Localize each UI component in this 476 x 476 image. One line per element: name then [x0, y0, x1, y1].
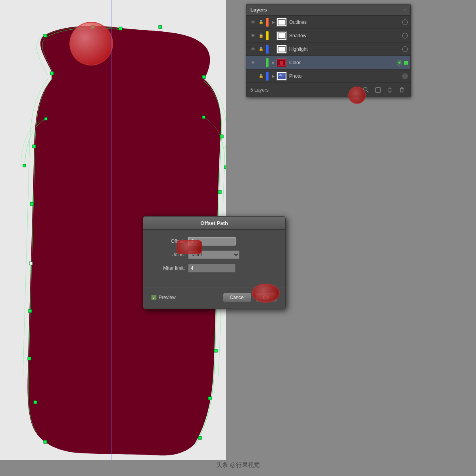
layer-name-highlight: Highlight: [289, 46, 401, 52]
layer-thumb-outlines: [276, 18, 287, 27]
layers-panel-header: Layers ≡: [246, 4, 410, 15]
layer-eye-color[interactable]: 👁: [249, 60, 257, 65]
canvas-area: Layers ≡ 👁 🔒 ▶ Outlines 👁 🔒 Shadow: [0, 0, 476, 476]
svg-rect-31: [376, 88, 380, 92]
layer-target-highlight[interactable]: [402, 46, 408, 52]
layer-expand-outlines[interactable]: ▶: [270, 20, 276, 24]
layer-lock-shadow[interactable]: 🔒: [257, 33, 265, 38]
layer-name-photo: Photo: [289, 73, 401, 79]
watermark-text: 头条 @行果视觉: [216, 461, 259, 468]
offset-path-dialog: Offset Path Offset: Joins: Miter Round B…: [143, 216, 286, 309]
layers-footer-icons: [362, 86, 406, 94]
cancel-button[interactable]: Cancel: [223, 293, 251, 302]
layers-delete-icon[interactable]: [397, 86, 406, 94]
preview-check: ✓ Preview: [151, 295, 223, 300]
joins-label: Joins:: [151, 252, 185, 257]
layers-panel: Layers ≡ 👁 🔒 ▶ Outlines 👁 🔒 Shadow: [246, 4, 411, 97]
miter-input[interactable]: [188, 264, 236, 273]
layer-eye-highlight[interactable]: 👁: [249, 46, 257, 52]
layers-title: Layers: [250, 7, 267, 13]
layer-thumb-photo: [276, 72, 287, 81]
layers-page-icon[interactable]: [374, 86, 382, 94]
svg-rect-25: [278, 33, 285, 38]
svg-rect-24: [278, 19, 285, 25]
layer-row-highlight[interactable]: 👁 🔒 Highlight: [246, 42, 410, 56]
offset-row: Offset:: [151, 237, 277, 246]
layer-row-color[interactable]: 👁 ▶ Color: [246, 56, 410, 69]
svg-rect-26: [278, 46, 285, 52]
layer-eye-outlines[interactable]: 👁: [249, 19, 257, 25]
dialog-footer: ✓ Preview Cancel OK: [143, 293, 285, 309]
joins-select[interactable]: Miter Round Bevel: [188, 250, 240, 259]
layer-color-color: [266, 58, 269, 67]
layer-color-indicator: [404, 61, 408, 65]
layer-target-color[interactable]: [397, 60, 402, 65]
watermark: 头条 @行果视觉: [0, 461, 476, 469]
offset-input[interactable]: [188, 237, 236, 246]
layer-color-shadow: [266, 31, 269, 40]
layer-thumb-shadow: [276, 31, 287, 40]
layer-color-photo: [266, 72, 269, 81]
layer-thumb-color: [276, 58, 287, 67]
layer-target-photo[interactable]: [402, 73, 408, 79]
layer-name-shadow: Shadow: [289, 33, 401, 38]
preview-label: Preview: [159, 295, 176, 300]
layer-expand-photo[interactable]: ▶: [270, 74, 276, 78]
layer-color-highlight: [266, 45, 269, 54]
red-circle-annotation: [69, 22, 113, 65]
layer-name-color: Color: [289, 60, 395, 65]
layer-lock-photo[interactable]: 🔒: [257, 74, 265, 78]
dialog-body: Offset: Joins: Miter Round Bevel Miter l…: [143, 230, 285, 283]
layer-target-shadow[interactable]: [402, 33, 408, 38]
dialog-title: Offset Path: [200, 220, 228, 226]
layer-target-group-color: [395, 60, 408, 65]
layers-footer: 5 Layers: [246, 83, 410, 97]
layers-menu-icon[interactable]: ≡: [403, 7, 406, 13]
joins-row: Joins: Miter Round Bevel: [151, 250, 277, 259]
layers-search-icon[interactable]: [362, 86, 370, 94]
svg-point-29: [364, 88, 367, 91]
layer-lock-highlight[interactable]: 🔒: [257, 47, 265, 51]
miter-row: Miter limit:: [151, 264, 277, 273]
layer-target-outlines[interactable]: [402, 19, 408, 25]
layer-expand-color[interactable]: ▶: [270, 61, 276, 65]
layer-color-outlines: [266, 18, 269, 27]
layers-count: 5 Layers: [250, 87, 269, 93]
preview-checkbox[interactable]: ✓: [151, 295, 157, 300]
svg-line-30: [367, 91, 369, 93]
ok-button[interactable]: OK: [255, 293, 277, 302]
layer-eye-shadow[interactable]: 👁: [249, 33, 257, 38]
layers-move-icon[interactable]: [386, 86, 394, 94]
vertical-guide: [111, 0, 111, 460]
dialog-titlebar: Offset Path: [143, 217, 285, 230]
offset-label: Offset:: [151, 238, 185, 244]
layer-thumb-highlight: [276, 45, 287, 54]
layer-row-outlines[interactable]: 👁 🔒 ▶ Outlines: [246, 15, 410, 29]
layer-row-shadow[interactable]: 👁 🔒 Shadow: [246, 29, 410, 42]
layer-row-photo[interactable]: 🔒 ▶ Photo: [246, 69, 410, 83]
layer-name-outlines: Outlines: [289, 19, 401, 25]
miter-label: Miter limit:: [151, 265, 185, 271]
layer-lock-outlines[interactable]: 🔒: [257, 20, 265, 24]
